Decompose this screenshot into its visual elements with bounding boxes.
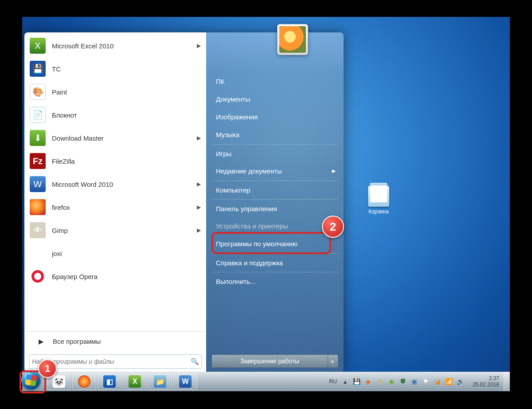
program-label: joxi: [52, 250, 62, 257]
program-item-filezilla[interactable]: FzFileZilla: [26, 149, 204, 173]
right-control-panel[interactable]: Панель управления: [211, 199, 338, 217]
all-programs[interactable]: ▶ Все программы: [26, 331, 204, 351]
right-item-label: Игры: [216, 150, 231, 157]
annotation-1-number: 1: [45, 363, 50, 374]
submenu-arrow-icon: ▶: [197, 204, 201, 210]
program-label: Microsoft Excel 2010: [52, 42, 113, 50]
right-computer[interactable]: Компьютер: [211, 181, 338, 198]
right-pictures[interactable]: Изображения: [211, 108, 338, 126]
right-item-label: Изображения: [216, 113, 258, 121]
show-desktop-button[interactable]: [504, 372, 510, 391]
program-item-totalcommander[interactable]: 💾TC: [26, 57, 204, 80]
tray-up-icon[interactable]: ▴: [341, 378, 349, 385]
right-item-label: Программы по умолчанию: [216, 240, 297, 248]
mpc-icon: 🐼: [53, 375, 65, 388]
user-picture[interactable]: [277, 24, 308, 55]
right-games[interactable]: Игры: [211, 144, 338, 162]
clock[interactable]: 2:37 25.02.2018: [473, 375, 499, 388]
start-menu-right-panel: ПКДокументыИзображенияМузыкаИгрыНедавние…: [206, 32, 344, 372]
taskbar-pin[interactable]: [72, 373, 96, 390]
right-item-label: Компьютер: [216, 186, 250, 194]
tray-nvidia-icon[interactable]: ◉: [387, 378, 395, 385]
firefox-icon: [30, 199, 46, 215]
search-icon: 🔍: [191, 358, 199, 366]
word-tb-icon: W: [179, 375, 192, 388]
programs-list: XMicrosoft Excel 2010▶💾TC🎨Paint📄Блокнот⬇…: [26, 34, 204, 331]
program-item-joxi[interactable]: ✒joxi: [26, 242, 204, 265]
recycle-bin-label: Корзина: [368, 208, 389, 215]
totalcommander-icon: 💾: [30, 61, 46, 77]
paint-icon: 🎨: [30, 84, 46, 100]
gimp-icon: 👁: [30, 222, 46, 238]
tray-app4-icon[interactable]: ◪: [434, 378, 442, 385]
clock-date: 25.02.2018: [473, 381, 499, 388]
right-default-programs[interactable]: Программы по умолчанию: [211, 235, 338, 252]
taskbar-pinned: 🐼◧X📁W: [47, 373, 197, 390]
start-menu: XMicrosoft Excel 2010▶💾TC🎨Paint📄Блокнот⬇…: [24, 32, 344, 372]
desktop[interactable]: Корзина XMicrosoft Excel 2010▶💾TC🎨Paint📄…: [22, 17, 510, 391]
language-indicator[interactable]: RU: [329, 378, 337, 385]
program-label: Microsoft Word 2010: [52, 181, 113, 188]
recycle-bin-icon: [368, 185, 389, 207]
program-label: Download Master: [52, 134, 104, 142]
opera-icon: [30, 268, 46, 284]
right-item-label: Выполнить...: [216, 278, 256, 285]
taskbar[interactable]: 🐼◧X📁W RU ▴💾◆✦◉⛊▣⚑◪📶🔊 2:37 25.02.2018: [22, 372, 510, 391]
all-programs-label: Все программы: [53, 338, 101, 345]
right-item-label: Устройства и принтеры: [216, 222, 288, 230]
right-user-folder[interactable]: ПК: [211, 72, 338, 90]
program-item-downloadmaster[interactable]: ⬇Download Master▶: [26, 126, 204, 149]
system-tray: RU ▴💾◆✦◉⛊▣⚑◪📶🔊 2:37 25.02.2018: [329, 375, 504, 388]
right-item-label: Панель управления: [216, 205, 277, 212]
excel-icon: X: [30, 38, 46, 54]
program-item-gimp[interactable]: 👁Gimp▶: [26, 219, 204, 242]
tray-volume-icon[interactable]: 🔊: [457, 378, 465, 385]
right-devices-printers[interactable]: Устройства и принтеры: [211, 217, 338, 235]
annotation-1-badge: 1: [38, 359, 57, 378]
submenu-arrow-icon: ▶: [197, 135, 201, 141]
start-menu-left-panel: XMicrosoft Excel 2010▶💾TC🎨Paint📄Блокнот⬇…: [24, 32, 206, 372]
program-item-opera[interactable]: Браузер Opera: [26, 265, 204, 288]
firefox-tb-icon: [78, 375, 90, 388]
recycle-bin[interactable]: Корзина: [368, 183, 389, 215]
program-label: firefox: [52, 204, 70, 211]
notepad-icon: 📄: [30, 107, 46, 123]
shutdown-options-button[interactable]: ▸: [328, 354, 338, 368]
shutdown-group: Завершение работы ▸: [211, 354, 338, 368]
tray-app1-icon[interactable]: ◆: [364, 378, 372, 385]
tray-flag-icon[interactable]: ⚑: [422, 378, 430, 385]
right-run[interactable]: Выполнить...: [211, 272, 338, 290]
submenu-arrow-icon: ▶: [197, 227, 201, 233]
windows-orb-icon: [21, 370, 41, 390]
explorer-icon: 📁: [154, 375, 166, 388]
program-item-firefox[interactable]: firefox▶: [26, 196, 204, 219]
program-label: Блокнот: [52, 111, 77, 119]
shutdown-label: Завершение работы: [240, 358, 299, 365]
right-item-label: Музыка: [216, 131, 239, 138]
tray-app2-icon[interactable]: ✦: [376, 378, 384, 385]
program-label: FileZilla: [52, 157, 75, 165]
program-label: Gimp: [52, 227, 68, 234]
submenu-arrow-icon: ▶: [197, 43, 201, 49]
taskbar-pin[interactable]: X: [123, 373, 147, 390]
right-music[interactable]: Музыка: [211, 126, 338, 143]
word-icon: W: [30, 176, 46, 192]
right-recent-docs[interactable]: Недавние документы▶: [211, 162, 338, 180]
submenu-arrow-icon: ▶: [332, 168, 336, 174]
right-item-label: Недавние документы: [216, 167, 282, 175]
program-item-excel[interactable]: XMicrosoft Excel 2010▶: [26, 34, 204, 57]
shutdown-button[interactable]: Завершение работы: [211, 354, 328, 368]
tray-shield-icon[interactable]: ⛊: [399, 378, 407, 385]
tray-app3-icon[interactable]: ▣: [411, 378, 419, 385]
right-documents[interactable]: Документы: [211, 90, 338, 108]
program-item-word[interactable]: WMicrosoft Word 2010▶: [26, 173, 204, 196]
program-item-notepad[interactable]: 📄Блокнот: [26, 103, 204, 126]
right-help-support[interactable]: Справка и поддержка: [211, 253, 338, 271]
taskbar-pin[interactable]: 📁: [148, 373, 172, 390]
tray-floppy-icon[interactable]: 💾: [353, 378, 361, 385]
tray-network-icon[interactable]: 📶: [445, 378, 453, 385]
taskbar-pin[interactable]: ◧: [98, 373, 121, 390]
program-item-paint[interactable]: 🎨Paint: [26, 80, 204, 103]
taskbar-pin[interactable]: W: [173, 373, 197, 390]
downloadmaster-icon: ⬇: [30, 130, 46, 146]
